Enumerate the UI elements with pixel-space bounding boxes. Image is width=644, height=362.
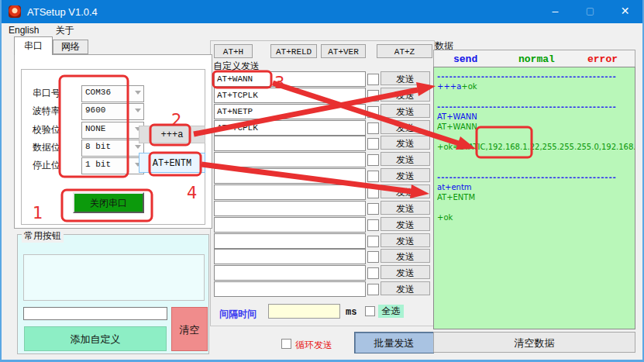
send-button[interactable]: 发送	[381, 201, 430, 215]
send-button[interactable]: 发送	[381, 120, 430, 134]
title-bar: ATSetup V1.0.4 – ▢ ✕	[2, 0, 642, 23]
custom-row-checkbox[interactable]	[367, 122, 379, 134]
serial-field-label: 串口号	[33, 87, 60, 100]
legend-normal: normal	[518, 53, 555, 65]
batch-send-button[interactable]: 批量发送	[354, 332, 434, 353]
loop-send-checkbox[interactable]	[281, 339, 291, 349]
tab-network[interactable]: 网络	[53, 40, 88, 54]
send-button[interactable]: 发送	[381, 249, 430, 263]
custom-command-input[interactable]	[214, 136, 366, 151]
legend-send: send	[453, 53, 477, 65]
app-window: ATSetup V1.0.4 – ▢ ✕ English 关于 串口 网络 串口…	[0, 0, 644, 362]
send-button[interactable]: 发送	[381, 168, 430, 182]
custom-command-input[interactable]	[214, 88, 366, 103]
loop-send-label: 循环发送	[295, 339, 332, 352]
send-button[interactable]: 发送	[381, 152, 430, 166]
custom-command-input[interactable]	[214, 120, 366, 136]
custom-row-checkbox[interactable]	[367, 267, 379, 279]
minimize-button[interactable]: –	[538, 0, 573, 23]
panel-divider	[210, 326, 435, 326]
custom-row-checkbox[interactable]	[367, 284, 379, 295]
app-icon	[9, 5, 21, 18]
maximize-button: ▢	[573, 0, 608, 23]
terminal-line: AT+WANN	[437, 122, 635, 132]
send-button[interactable]: 发送	[381, 233, 430, 247]
clear-data-button[interactable]: 清空数据	[433, 332, 635, 353]
plus-plus-plus-a-button[interactable]: +++a	[139, 126, 205, 143]
custom-command-input[interactable]	[214, 152, 366, 167]
ms-unit-label: ms	[346, 307, 356, 318]
close-button[interactable]: ✕	[608, 0, 642, 23]
custom-command-input[interactable]	[214, 201, 366, 216]
add-custom-button[interactable]: 添加自定义	[24, 326, 167, 351]
legend-error: error	[587, 53, 618, 65]
quick-button-atz[interactable]: AT+Z	[377, 44, 432, 58]
send-button[interactable]: 发送	[381, 136, 430, 150]
custom-row-checkbox[interactable]	[367, 106, 379, 118]
custom-row-checkbox[interactable]	[367, 203, 379, 215]
serial-field-select[interactable]: 9600	[81, 103, 144, 120]
custom-row-checkbox[interactable]	[367, 138, 379, 150]
terminal-line: ----------------------------------------…	[437, 172, 635, 182]
quick-button-atreld[interactable]: AT+RELD	[270, 44, 317, 58]
custom-command-input[interactable]	[214, 71, 366, 87]
menu-item-english[interactable]: English	[2, 24, 46, 36]
interval-time-input[interactable]	[268, 304, 340, 319]
custom-row-checkbox[interactable]	[367, 154, 379, 166]
tab-serial[interactable]: 串口	[14, 36, 53, 55]
send-button[interactable]: 发送	[381, 71, 430, 85]
send-button[interactable]: 发送	[381, 217, 430, 231]
custom-command-input[interactable]	[214, 217, 366, 233]
terminal-line	[437, 91, 635, 102]
at-entm-button[interactable]: AT+ENTM	[139, 153, 205, 173]
terminal-line	[437, 152, 635, 162]
custom-command-input[interactable]	[214, 281, 366, 297]
terminal-line	[437, 202, 635, 212]
custom-row-checkbox[interactable]	[367, 187, 379, 198]
window-title: ATSetup V1.0.4	[27, 6, 98, 18]
quick-button-atver[interactable]: AT+VER	[321, 44, 366, 58]
custom-command-input[interactable]	[214, 265, 366, 281]
custom-row-checkbox[interactable]	[367, 90, 379, 102]
custom-command-input[interactable]	[214, 184, 366, 200]
send-button[interactable]: 发送	[381, 88, 430, 102]
send-button[interactable]: 发送	[381, 281, 430, 295]
terminal-line: AT+WANN	[437, 112, 635, 122]
serial-field-label: 波特率	[33, 105, 60, 118]
serial-field-select[interactable]: 8 bit	[81, 140, 144, 157]
common-buttons-label: 常用按钮	[22, 229, 64, 243]
custom-command-input[interactable]	[214, 233, 366, 249]
terminal-line: +++a+ok	[437, 81, 635, 91]
custom-row-checkbox[interactable]	[367, 251, 379, 263]
custom-command-input[interactable]	[214, 168, 366, 184]
new-custom-command-input[interactable]	[23, 307, 167, 320]
chevron-down-icon	[135, 91, 141, 95]
interval-time-label: 间隔时间	[219, 308, 257, 321]
custom-command-input[interactable]	[214, 249, 366, 264]
clear-common-button[interactable]: 清空	[171, 307, 208, 351]
send-button[interactable]: 发送	[381, 184, 430, 198]
terminal-line: +ok=STATIC,192.168.1.22,255.255.255.0,19…	[437, 142, 635, 152]
terminal-line	[437, 132, 635, 142]
custom-row-checkbox[interactable]	[367, 171, 379, 182]
menu-item-about[interactable]: 关于	[49, 23, 81, 38]
select-all-label: 全选	[378, 305, 404, 318]
terminal-line: ----------------------------------------…	[437, 102, 635, 112]
send-button[interactable]: 发送	[381, 104, 430, 118]
serial-field-select[interactable]: 1 bit	[81, 157, 144, 174]
data-terminal[interactable]: ----------------------------------------…	[433, 67, 635, 329]
serial-field-select[interactable]: NONE	[81, 122, 144, 139]
terminal-line: +ok	[437, 212, 635, 222]
select-all-checkbox[interactable]	[365, 306, 375, 316]
custom-row-checkbox[interactable]	[367, 74, 379, 85]
send-button[interactable]: 发送	[381, 265, 430, 279]
terminal-line: AT+ENTM	[437, 192, 635, 202]
custom-command-input[interactable]	[214, 104, 366, 119]
custom-row-checkbox[interactable]	[367, 236, 379, 247]
quick-button-ath[interactable]: AT+H	[214, 44, 253, 58]
custom-row-checkbox[interactable]	[367, 219, 379, 231]
common-buttons-list	[23, 254, 205, 301]
close-serial-port-button[interactable]: 关闭串口	[73, 192, 144, 213]
serial-field-label: 校验位	[33, 123, 60, 136]
serial-field-select[interactable]: COM36	[81, 85, 144, 102]
